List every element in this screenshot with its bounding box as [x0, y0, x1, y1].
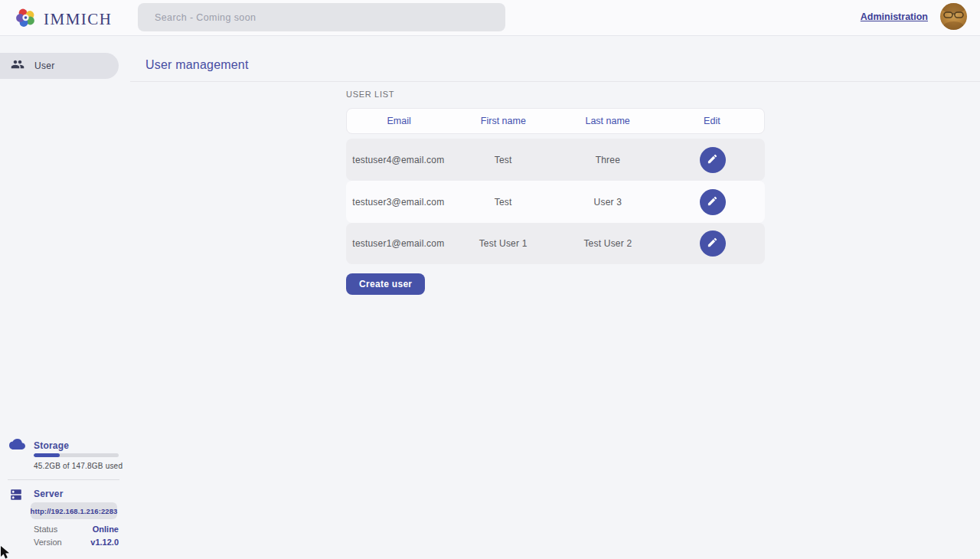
table-row: testuser4@email.com Test Three — [346, 139, 765, 181]
user-avatar[interactable] — [940, 3, 967, 30]
status-label: Status — [34, 525, 57, 534]
column-header-edit: Edit — [660, 116, 764, 126]
user-table-body: testuser4@email.com Test Three testuser3… — [346, 139, 765, 264]
title-divider — [130, 81, 980, 82]
table-row: testuser1@email.com Test User 1 Test Use… — [346, 223, 765, 264]
cell-email: testuser4@email.com — [346, 155, 451, 165]
server-version-row: Version v1.12.0 — [34, 538, 119, 547]
cloud-icon — [9, 438, 25, 453]
search-bar — [138, 3, 505, 31]
search-input[interactable] — [138, 3, 505, 31]
app-logo[interactable]: IMMICH — [15, 7, 113, 31]
user-list-label: USER LIST — [346, 90, 394, 99]
edit-user-button[interactable] — [700, 230, 726, 257]
storage-progress-bar — [34, 453, 119, 457]
server-status-row: Status Online — [34, 525, 119, 534]
cell-email: testuser3@email.com — [346, 197, 451, 208]
administration-link[interactable]: Administration — [861, 11, 928, 22]
immich-flower-icon — [15, 7, 37, 31]
status-value: Online — [93, 525, 119, 534]
storage-usage-text: 45.2GB of 147.8GB used — [34, 462, 122, 470]
create-user-button[interactable]: Create user — [346, 273, 425, 295]
dns-server-icon — [9, 488, 23, 505]
cell-first-name: Test — [451, 155, 556, 165]
pencil-icon — [707, 195, 718, 209]
version-value: v1.12.0 — [90, 538, 119, 547]
cell-last-name: User 3 — [556, 197, 661, 208]
logo-text: IMMICH — [44, 10, 113, 29]
page-title: User management — [145, 58, 249, 72]
pencil-icon — [707, 153, 718, 167]
cell-email: testuser1@email.com — [346, 238, 451, 249]
cell-first-name: Test User 1 — [451, 238, 556, 249]
cell-last-name: Test User 2 — [556, 238, 661, 249]
server-title: Server — [34, 489, 64, 499]
version-label: Version — [34, 538, 62, 547]
user-table-header: Email First name Last name Edit — [346, 108, 765, 134]
cell-first-name: Test — [451, 197, 556, 208]
server-url-chip: http://192.168.1.216:2283 — [31, 502, 117, 519]
group-icon — [11, 57, 24, 74]
column-header-email: Email — [347, 116, 451, 126]
sidebar-item-label: User — [34, 60, 55, 71]
mouse-cursor — [0, 546, 11, 559]
column-header-first-name: First name — [451, 116, 555, 126]
sidebar-item-user[interactable]: User — [0, 53, 119, 79]
edit-user-button[interactable] — [700, 147, 726, 173]
top-bar: IMMICH Administration — [0, 0, 980, 36]
cell-last-name: Three — [556, 155, 661, 165]
column-header-last-name: Last name — [556, 116, 660, 126]
edit-user-button[interactable] — [700, 189, 726, 215]
storage-progress-fill — [34, 453, 60, 457]
sidebar-divider — [8, 479, 119, 480]
storage-title: Storage — [34, 440, 69, 451]
pencil-icon — [707, 237, 718, 250]
table-row: testuser3@email.com Test User 3 — [346, 181, 765, 223]
